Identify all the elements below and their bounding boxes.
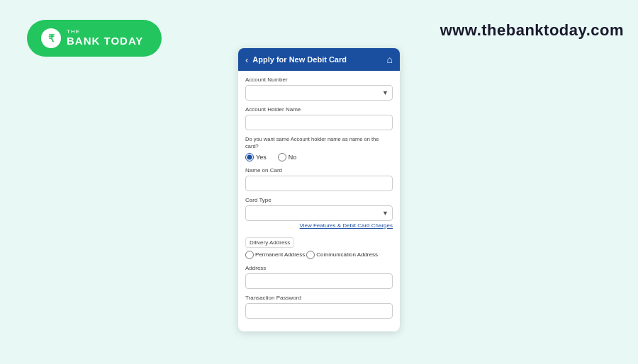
form-body: Account Number ▼ Account Holder Name Do … [238, 71, 400, 331]
delivery-address-radio-group: Permanent Address Communication Address [245, 251, 393, 259]
account-number-group: Account Number ▼ [245, 76, 393, 101]
name-on-card-input[interactable] [245, 176, 393, 191]
logo-bank-today: BANK TODAY [67, 35, 143, 47]
transaction-password-label: Transaction Password [245, 295, 393, 301]
yes-radio-option[interactable]: Yes [245, 153, 267, 161]
rupee-icon: ₹ [41, 28, 61, 48]
view-features-link[interactable]: View Features & Debit Card Charges [245, 222, 393, 229]
no-radio-option[interactable]: No [278, 153, 297, 161]
communication-address-radio[interactable] [306, 251, 315, 259]
account-number-select-wrapper: ▼ [245, 85, 393, 101]
address-input[interactable] [245, 273, 393, 289]
delivery-address-group: Dilivery Address Permanent Address Commu… [245, 234, 393, 259]
address-label: Address [245, 265, 393, 271]
form-title: Apply for New Debit Card [252, 55, 347, 64]
card-type-select-wrapper: ▼ [245, 205, 393, 221]
permanent-address-radio-option[interactable]: Permanent Address [245, 251, 305, 259]
card-type-label: Card Type [245, 197, 393, 203]
card-type-select[interactable] [245, 205, 393, 221]
no-label: No [289, 154, 297, 161]
same-name-radio-group: Yes No [245, 153, 393, 161]
address-group: Address [245, 265, 393, 289]
permanent-address-radio[interactable] [245, 251, 254, 259]
name-on-card-group: Name on Card [245, 167, 393, 191]
name-on-card-label: Name on Card [245, 167, 393, 174]
account-number-select[interactable] [245, 85, 393, 101]
form-header-left: ‹ Apply for New Debit Card [245, 55, 347, 65]
logo-text: THE BANK TODAY [67, 29, 143, 47]
account-holder-name-group: Account Holder Name [245, 106, 393, 130]
same-name-group: Do you want same Account holder name as … [245, 136, 393, 161]
form-header: ‹ Apply for New Debit Card ⌂ [238, 48, 400, 71]
no-radio[interactable] [278, 153, 286, 161]
communication-address-radio-option[interactable]: Communication Address [306, 251, 378, 259]
back-button[interactable]: ‹ [245, 55, 248, 65]
yes-radio[interactable] [245, 153, 254, 161]
delivery-address-section-label: Dilivery Address [245, 237, 294, 248]
same-name-question: Do you want same Account holder name as … [245, 136, 393, 150]
communication-address-label: Communication Address [316, 251, 378, 258]
card-type-group: Card Type ▼ View Features & Debit Card C… [245, 197, 393, 229]
transaction-password-input[interactable] [245, 303, 393, 319]
logo-area: ₹ THE BANK TODAY [27, 20, 162, 57]
yes-label: Yes [256, 154, 267, 161]
transaction-password-group: Transaction Password [245, 295, 393, 319]
account-holder-name-label: Account Holder Name [245, 106, 393, 113]
website-url: www.thebanktoday.com [440, 21, 624, 40]
account-number-label: Account Number [245, 76, 393, 83]
logo-pill: ₹ THE BANK TODAY [27, 20, 162, 57]
permanent-address-label: Permanent Address [255, 251, 305, 258]
form-panel: ‹ Apply for New Debit Card ⌂ Account Num… [238, 48, 400, 331]
account-holder-name-input[interactable] [245, 115, 393, 130]
home-icon[interactable]: ⌂ [387, 54, 393, 65]
